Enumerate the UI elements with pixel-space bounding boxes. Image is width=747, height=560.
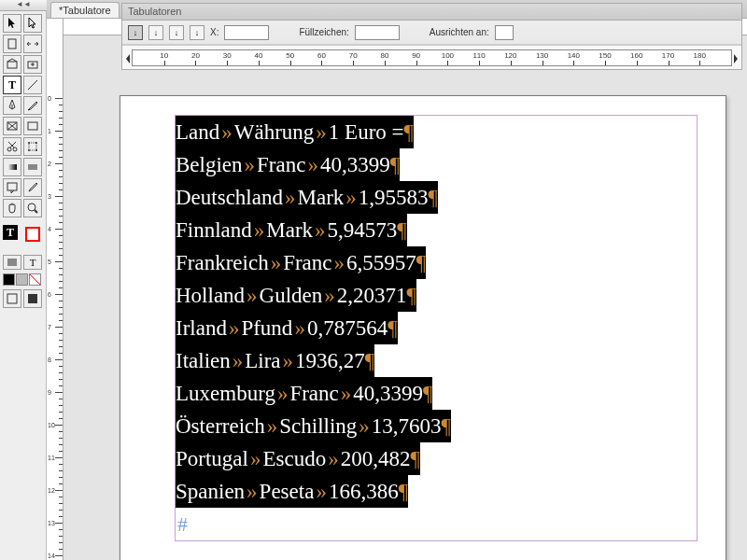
page-tool[interactable] bbox=[3, 35, 21, 53]
text-segment: Irland bbox=[176, 312, 227, 344]
svg-point-15 bbox=[35, 149, 37, 151]
scissors-tool[interactable] bbox=[3, 137, 21, 156]
ruler-tick-label: 140 bbox=[568, 51, 580, 60]
tab-character: » bbox=[339, 377, 354, 410]
text-segment: 40,3399 bbox=[320, 148, 390, 181]
ruler-tick-label: 90 bbox=[412, 51, 420, 60]
tab-character: » bbox=[245, 475, 260, 508]
text-segment: Schilling bbox=[279, 410, 357, 442]
ruler-tick-label: 120 bbox=[504, 51, 516, 60]
line-tool[interactable] bbox=[23, 76, 42, 94]
text-segment: Escudo bbox=[262, 442, 326, 475]
text-segment: Gulden bbox=[260, 279, 323, 312]
gap-tool[interactable] bbox=[23, 35, 42, 53]
vruler-label: 14 bbox=[48, 553, 55, 559]
text-segment: Pfund bbox=[241, 312, 292, 344]
text-segment: 5,94573 bbox=[328, 214, 398, 246]
rectangle-frame-tool[interactable] bbox=[3, 117, 21, 135]
text-segment: 1,95583 bbox=[359, 181, 429, 214]
apply-color-swatch[interactable] bbox=[3, 273, 15, 286]
eyedropper-tool[interactable] bbox=[23, 178, 42, 197]
text-segment: Währung bbox=[234, 116, 315, 148]
rectangle-tool[interactable] bbox=[23, 117, 42, 135]
text-segment: Peseta bbox=[260, 475, 315, 508]
ruler-tick-label: 30 bbox=[223, 51, 232, 60]
document-tab[interactable]: *Tabulatore bbox=[50, 2, 120, 18]
apply-none-swatch[interactable] bbox=[29, 273, 41, 286]
tab-ruler[interactable]: 1020304050607080901001101201301401501601… bbox=[132, 49, 732, 66]
text-segment: Mark bbox=[266, 214, 313, 246]
vruler-label: 13 bbox=[48, 520, 55, 526]
direct-selection-tool[interactable] bbox=[23, 14, 42, 33]
collapse-bar[interactable]: ◄◄ bbox=[0, 0, 47, 11]
tab-ruler-area: 1020304050607080901001101201301401501601… bbox=[122, 45, 741, 69]
tab-center-icon[interactable]: ↓ bbox=[148, 25, 163, 40]
ruler-scroll-right-icon[interactable] bbox=[732, 52, 740, 65]
apply-gradient-swatch[interactable] bbox=[16, 273, 28, 286]
x-input[interactable] bbox=[224, 25, 269, 40]
text-segment: Land bbox=[176, 116, 219, 148]
content-collector-tool[interactable] bbox=[3, 55, 21, 74]
text-line: Luxemburg » Franc » 40,3399¶ bbox=[176, 377, 697, 410]
text-segment: Luxemburg bbox=[176, 377, 275, 410]
swap-fill-stroke[interactable] bbox=[23, 225, 42, 244]
gradient-feather-tool[interactable] bbox=[23, 158, 42, 176]
tab-character: » bbox=[314, 475, 329, 508]
gradient-swatch-tool[interactable] bbox=[3, 158, 21, 176]
ruler-tick-label: 20 bbox=[191, 51, 200, 60]
text-segment: 40,3399 bbox=[353, 377, 423, 410]
ruler-tick-label: 160 bbox=[630, 51, 642, 60]
svg-rect-16 bbox=[7, 164, 17, 170]
text-segment: Österreich bbox=[176, 410, 265, 442]
content-placer-tool[interactable] bbox=[23, 55, 42, 74]
svg-rect-0 bbox=[8, 39, 16, 49]
ruler-tick-label: 10 bbox=[160, 51, 168, 60]
x-label: X: bbox=[210, 27, 218, 37]
svg-point-14 bbox=[28, 149, 30, 151]
svg-rect-21 bbox=[7, 259, 17, 266]
end-of-story-marker: # bbox=[176, 508, 188, 540]
page: Land » Währung » 1 Euro =¶Belgien » Fran… bbox=[120, 95, 726, 560]
vruler-label: 7 bbox=[48, 324, 51, 330]
text-line: Deutschland » Mark » 1,95583¶ bbox=[176, 181, 697, 214]
type-tool[interactable]: T bbox=[3, 76, 21, 94]
text-segment: 166,386 bbox=[329, 475, 399, 508]
text-frame[interactable]: Land » Währung » 1 Euro =¶Belgien » Fran… bbox=[175, 115, 698, 541]
tab-character: » bbox=[313, 214, 328, 246]
text-segment: Belgien bbox=[176, 148, 243, 181]
svg-point-12 bbox=[28, 142, 30, 144]
tab-left-icon[interactable]: ↓ bbox=[128, 25, 143, 40]
fill-stroke-type[interactable]: T bbox=[3, 225, 21, 247]
text-segment: Franc bbox=[283, 246, 331, 279]
selection-tool[interactable] bbox=[3, 14, 21, 33]
svg-rect-24 bbox=[28, 294, 37, 303]
text-segment: Frankreich bbox=[176, 246, 269, 279]
tabs-panel: Tabulatoren ↓ ↓ ↓ ↓ X: Füllzeichen: Ausr… bbox=[121, 3, 742, 70]
fill-input[interactable] bbox=[355, 25, 400, 40]
zoom-tool[interactable] bbox=[23, 199, 42, 217]
note-tool[interactable] bbox=[3, 178, 21, 197]
text-line: Portugal » Escudo » 200,482¶ bbox=[176, 442, 697, 475]
hand-tool[interactable] bbox=[3, 199, 21, 217]
pilcrow-character: ¶ bbox=[399, 475, 408, 508]
ruler-tick-label: 50 bbox=[286, 51, 294, 60]
fill-label: Füllzeichen: bbox=[299, 27, 348, 37]
tabs-panel-title[interactable]: Tabulatoren bbox=[122, 4, 741, 21]
tab-right-icon[interactable]: ↓ bbox=[169, 25, 184, 40]
align-input[interactable] bbox=[495, 25, 514, 40]
pen-tool[interactable] bbox=[3, 96, 21, 115]
svg-line-4 bbox=[28, 80, 37, 90]
text-segment: 13,7603 bbox=[372, 410, 442, 442]
view-preview[interactable] bbox=[23, 289, 42, 308]
svg-point-13 bbox=[35, 142, 37, 144]
view-normal[interactable] bbox=[3, 289, 21, 308]
pencil-tool[interactable] bbox=[23, 96, 42, 115]
tab-decimal-icon[interactable]: ↓ bbox=[190, 25, 204, 40]
free-transform-tool[interactable] bbox=[23, 137, 42, 156]
text-line: Italien » Lira » 1936,27¶ bbox=[176, 344, 697, 377]
formatting-container[interactable] bbox=[3, 255, 21, 270]
ruler-tick-label: 130 bbox=[536, 51, 548, 60]
text-segment: Mark bbox=[297, 181, 344, 214]
formatting-text[interactable]: T bbox=[23, 255, 42, 270]
ruler-scroll-left-icon[interactable] bbox=[124, 52, 132, 65]
